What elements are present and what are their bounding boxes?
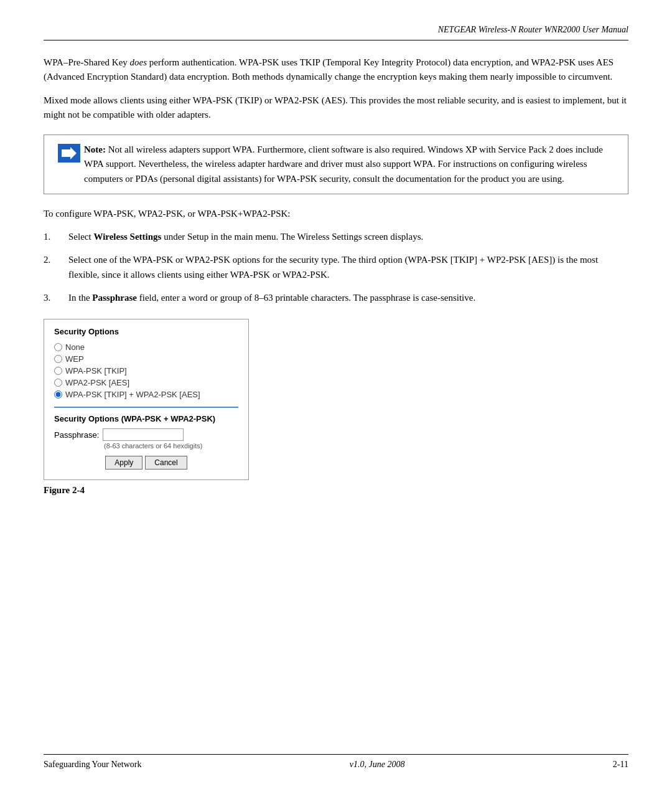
note-bold: Note:	[84, 144, 106, 154]
button-row: Apply Cancel	[54, 456, 238, 470]
security-options-title: Security Options	[54, 327, 238, 337]
radio-wep[interactable]: WEP	[54, 354, 238, 364]
footer-left: Safeguarding Your Network	[44, 760, 141, 770]
step-1: 1. Select Wireless Settings under Setup …	[44, 230, 628, 244]
step-3: 3. In the Passphrase field, enter a word…	[44, 291, 628, 305]
step-3-bold: Passphrase	[92, 293, 137, 303]
step-2: 2. Select one of the WPA-PSK or WPA2-PSK…	[44, 253, 628, 282]
cancel-button[interactable]: Cancel	[145, 456, 187, 470]
step-3-num: 3.	[44, 291, 68, 305]
paragraph-1: WPA–Pre-Shared Key does perform authenti…	[44, 55, 628, 85]
radio-wpa2-psk-aes-input[interactable]	[54, 379, 62, 387]
arrow-svg	[62, 147, 77, 159]
radio-group: None WEP WPA-PSK [TKIP] WPA2-PSK [AES]	[54, 342, 238, 399]
radio-wpa-psk-tkip-label: WPA-PSK [TKIP]	[65, 366, 127, 375]
page-header: NETGEAR Wireless-N Router WNR2000 User M…	[44, 25, 628, 40]
radio-wpa-psk-tkip-input[interactable]	[54, 367, 62, 375]
passphrase-input[interactable]	[103, 428, 184, 441]
radio-none-input[interactable]	[54, 343, 62, 351]
svg-marker-0	[62, 147, 77, 159]
security-box: Security Options None WEP WPA-PSK [TKIP]	[44, 319, 249, 480]
step-2-num: 2.	[44, 253, 68, 282]
radio-wpa-psk-both-label: WPA-PSK [TKIP] + WPA2-PSK [AES]	[65, 390, 200, 399]
main-content: WPA–Pre-Shared Key does perform authenti…	[44, 55, 628, 739]
passphrase-row: Passphrase:	[54, 428, 238, 441]
passphrase-label: Passphrase:	[54, 430, 99, 440]
header-title: NETGEAR Wireless-N Router WNR2000 User M…	[438, 25, 628, 34]
step-2-content: Select one of the WPA-PSK or WPA2-PSK op…	[68, 253, 628, 282]
security-sub-title: Security Options (WPA-PSK + WPA2-PSK)	[54, 414, 238, 423]
radio-none[interactable]: None	[54, 342, 238, 352]
radio-wpa-psk-both[interactable]: WPA-PSK [TKIP] + WPA2-PSK [AES]	[54, 390, 238, 399]
note-box: Note: Not all wireless adapters support …	[44, 134, 628, 194]
radio-wpa2-psk-aes-label: WPA2-PSK [AES]	[65, 378, 129, 387]
radio-wpa-psk-both-input[interactable]	[54, 390, 62, 399]
radio-wep-input[interactable]	[54, 355, 62, 363]
footer-right: 2-11	[613, 760, 628, 770]
step-3-content: In the Passphrase field, enter a word or…	[68, 291, 628, 305]
footer-center: v1.0, June 2008	[141, 760, 612, 770]
step-1-num: 1.	[44, 230, 68, 244]
italic-does: does	[130, 57, 147, 67]
radio-wpa-psk-tkip[interactable]: WPA-PSK [TKIP]	[54, 366, 238, 375]
figure-label: Figure 2-4	[44, 485, 628, 496]
note-icon-container	[54, 143, 84, 186]
arrow-icon	[58, 144, 80, 163]
radio-wep-label: WEP	[65, 354, 84, 364]
paragraph-2: Mixed mode allows clients using either W…	[44, 93, 628, 123]
apply-button[interactable]: Apply	[105, 456, 142, 470]
steps-list: 1. Select Wireless Settings under Setup …	[44, 230, 628, 305]
page-footer: Safeguarding Your Network v1.0, June 200…	[44, 754, 628, 770]
step-1-bold: Wireless Settings	[93, 232, 161, 242]
intro-line: To configure WPA-PSK, WPA2-PSK, or WPA-P…	[44, 207, 628, 221]
divider	[54, 407, 238, 408]
figure-container: Security Options None WEP WPA-PSK [TKIP]	[44, 319, 628, 496]
page: NETGEAR Wireless-N Router WNR2000 User M…	[0, 0, 672, 807]
passphrase-hint: (8-63 characters or 64 hexdigits)	[104, 442, 238, 450]
step-1-content: Select Wireless Settings under Setup in …	[68, 230, 628, 244]
radio-none-label: None	[65, 342, 85, 352]
radio-wpa2-psk-aes[interactable]: WPA2-PSK [AES]	[54, 378, 238, 387]
note-text: Note: Not all wireless adapters support …	[84, 143, 618, 186]
